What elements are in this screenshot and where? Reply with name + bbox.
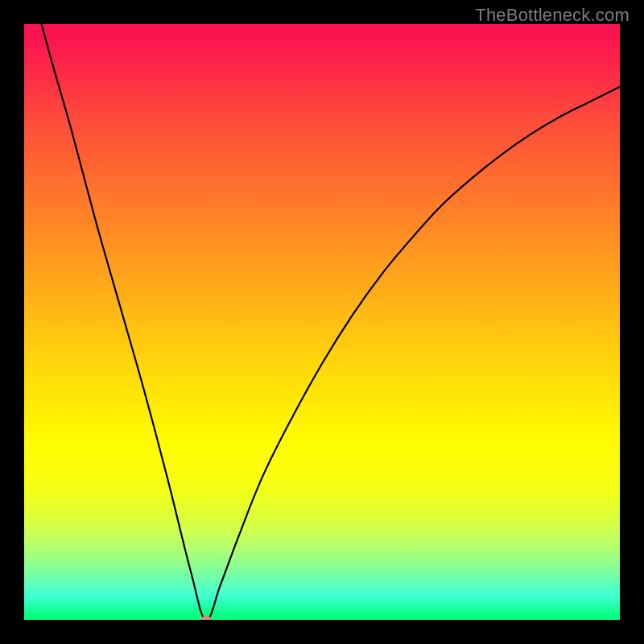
bottleneck-curve	[24, 24, 620, 620]
watermark-text: TheBottleneck.com	[475, 5, 630, 26]
curve-svg	[24, 24, 620, 620]
plot-area	[24, 24, 620, 620]
optimum-marker	[200, 616, 212, 620]
